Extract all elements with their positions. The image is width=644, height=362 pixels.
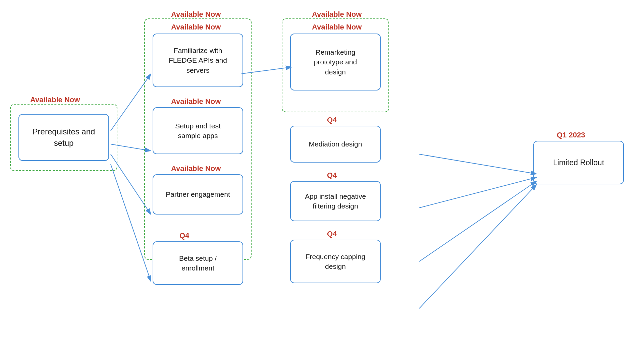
limited-rollout-status: Q1 2023 (557, 131, 585, 139)
partner-box: Partner engagement (153, 174, 243, 215)
frequency-status: Q4 (327, 230, 337, 238)
remarketing-box: Remarketingprototype anddesign (290, 34, 381, 90)
mediation-box: Mediation design (290, 126, 381, 163)
app-install-status: Q4 (327, 171, 337, 180)
diagram: Available Now Prerequisites and setup Av… (0, 0, 644, 362)
familiarize-status: Available Now (171, 23, 221, 32)
familiarize-box: Familiarize withFLEDGE APIs andservers (153, 34, 243, 87)
limited-rollout-box: Limited Rollout (533, 141, 624, 184)
remarketing-q4: Q4 (327, 116, 337, 124)
middle-group-label: Available Now (171, 10, 221, 19)
partner-status: Available Now (171, 164, 221, 173)
prerequisites-box: Prerequisites and setup (18, 114, 109, 161)
remarketing-group-label: Available Now (312, 10, 362, 19)
setup-test-box: Setup and testsample apps (153, 107, 243, 154)
app-install-box: App install negativefiltering design (290, 181, 381, 221)
left-group-label: Available Now (30, 96, 80, 104)
beta-status: Q4 (179, 231, 189, 240)
frequency-box: Frequency cappingdesign (290, 240, 381, 283)
remarketing-status: Available Now (312, 23, 362, 32)
setup-status: Available Now (171, 97, 221, 106)
beta-box: Beta setup /enrollment (153, 241, 243, 285)
